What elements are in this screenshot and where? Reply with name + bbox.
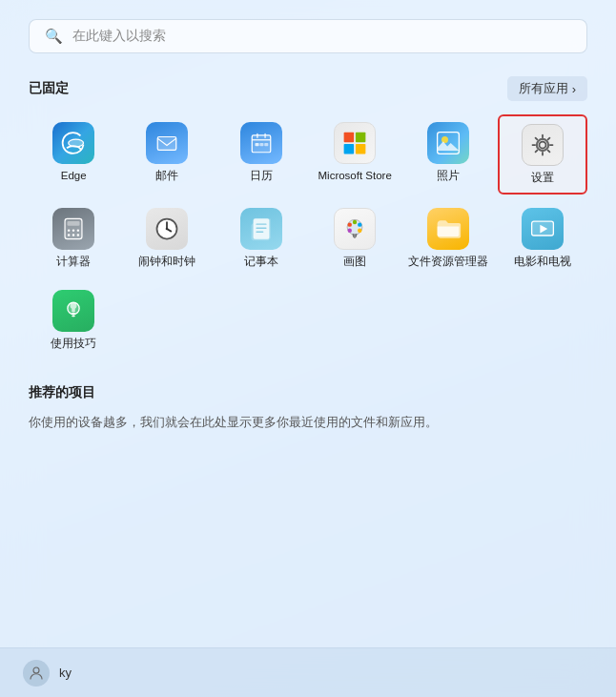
svg-rect-1 bbox=[158, 137, 177, 151]
recommended-description: 你使用的设备越多，我们就会在此处显示更多你最近使用的文件和新应用。 bbox=[29, 415, 587, 431]
svg-point-12 bbox=[539, 142, 545, 149]
svg-point-27 bbox=[353, 220, 357, 224]
svg-point-18 bbox=[77, 229, 79, 231]
svg-rect-5 bbox=[264, 143, 268, 146]
edge-icon bbox=[52, 122, 94, 164]
svg-point-20 bbox=[72, 234, 74, 236]
svg-rect-3 bbox=[255, 143, 258, 146]
svg-rect-31 bbox=[354, 234, 357, 237]
svg-point-37 bbox=[33, 667, 39, 673]
svg-rect-15 bbox=[68, 221, 80, 226]
files-icon bbox=[427, 208, 469, 250]
svg-point-30 bbox=[348, 228, 352, 232]
clock-label: 闹钟和时钟 bbox=[138, 256, 195, 269]
app-item-store[interactable]: Microsoft Store bbox=[310, 114, 400, 195]
store-icon bbox=[334, 122, 376, 164]
calc-icon bbox=[52, 208, 94, 250]
search-icon: 🔍 bbox=[45, 28, 63, 45]
app-item-calculator[interactable]: 计算器 bbox=[29, 200, 118, 277]
calculator-label: 计算器 bbox=[56, 256, 91, 269]
photos-label: 照片 bbox=[437, 170, 460, 183]
svg-point-29 bbox=[358, 228, 361, 232]
app-item-mail[interactable]: 邮件 bbox=[122, 114, 212, 195]
svg-rect-4 bbox=[259, 143, 263, 146]
tips-icon bbox=[52, 290, 94, 332]
paint-label: 画图 bbox=[343, 256, 366, 269]
notes-icon bbox=[240, 208, 282, 250]
app-item-edge[interactable]: Edge bbox=[29, 114, 118, 195]
mail-label: 邮件 bbox=[155, 170, 178, 183]
app-item-files[interactable]: 文件资源管理器 bbox=[403, 200, 493, 277]
svg-point-21 bbox=[77, 234, 79, 236]
svg-point-16 bbox=[68, 229, 70, 231]
app-item-clock[interactable]: 闹钟和时钟 bbox=[122, 200, 212, 277]
svg-rect-35 bbox=[72, 312, 75, 314]
search-placeholder: 在此键入以搜索 bbox=[72, 28, 166, 45]
pinned-section-header: 已固定 所有应用 › bbox=[29, 76, 587, 101]
app-item-settings[interactable]: 设置 bbox=[498, 114, 587, 195]
settings-icon bbox=[522, 124, 564, 166]
store-label: Microsoft Store bbox=[318, 170, 392, 183]
user-avatar bbox=[23, 660, 50, 687]
calendar-label: 日历 bbox=[250, 170, 273, 183]
app-item-tips[interactable]: 使用技巧 bbox=[29, 282, 118, 359]
recommended-header: 推荐的项目 bbox=[29, 384, 587, 401]
calendar-icon bbox=[240, 122, 282, 164]
user-name: ky bbox=[59, 666, 72, 680]
svg-point-17 bbox=[72, 229, 74, 231]
app-item-photos[interactable]: 照片 bbox=[403, 114, 493, 195]
mail-icon bbox=[146, 122, 188, 164]
all-apps-button[interactable]: 所有应用 › bbox=[507, 76, 587, 101]
app-item-tv[interactable]: 电影和电视 bbox=[498, 200, 587, 277]
svg-point-26 bbox=[348, 222, 352, 226]
svg-point-0 bbox=[69, 139, 84, 147]
files-label: 文件资源管理器 bbox=[408, 256, 488, 269]
photos-icon bbox=[427, 122, 469, 164]
svg-rect-8 bbox=[344, 144, 355, 154]
clock-icon bbox=[146, 208, 188, 250]
recommended-section: 推荐的项目 你使用的设备越多，我们就会在此处显示更多你最近使用的文件和新应用。 bbox=[29, 384, 587, 431]
recommended-title: 推荐的项目 bbox=[29, 384, 95, 401]
pinned-app-grid: Edge 邮件 bbox=[29, 114, 587, 358]
svg-point-19 bbox=[68, 234, 70, 236]
svg-rect-36 bbox=[72, 315, 75, 317]
edge-label: Edge bbox=[61, 170, 87, 183]
svg-point-23 bbox=[166, 227, 169, 230]
svg-rect-7 bbox=[356, 133, 366, 143]
notes-label: 记事本 bbox=[244, 256, 278, 269]
all-apps-chevron: › bbox=[572, 82, 576, 96]
svg-rect-6 bbox=[344, 133, 355, 143]
paint-icon bbox=[334, 208, 376, 250]
app-item-paint[interactable]: 画图 bbox=[310, 200, 400, 277]
svg-rect-9 bbox=[356, 144, 366, 154]
start-menu: 🔍 在此键入以搜索 已固定 所有应用 › Edge bbox=[0, 0, 616, 697]
pinned-title: 已固定 bbox=[29, 80, 69, 97]
svg-rect-11 bbox=[438, 133, 460, 154]
search-bar[interactable]: 🔍 在此键入以搜索 bbox=[29, 19, 587, 53]
tips-label: 使用技巧 bbox=[51, 338, 96, 351]
tv-label: 电影和电视 bbox=[514, 256, 571, 269]
tv-icon bbox=[522, 208, 564, 250]
app-item-notes[interactable]: 记事本 bbox=[216, 200, 306, 277]
app-item-calendar[interactable]: 日历 bbox=[216, 114, 306, 195]
svg-point-10 bbox=[441, 136, 448, 143]
svg-point-28 bbox=[358, 222, 361, 226]
user-bar[interactable]: ky bbox=[0, 647, 616, 697]
all-apps-label: 所有应用 bbox=[519, 80, 568, 97]
settings-label: 设置 bbox=[531, 172, 554, 185]
